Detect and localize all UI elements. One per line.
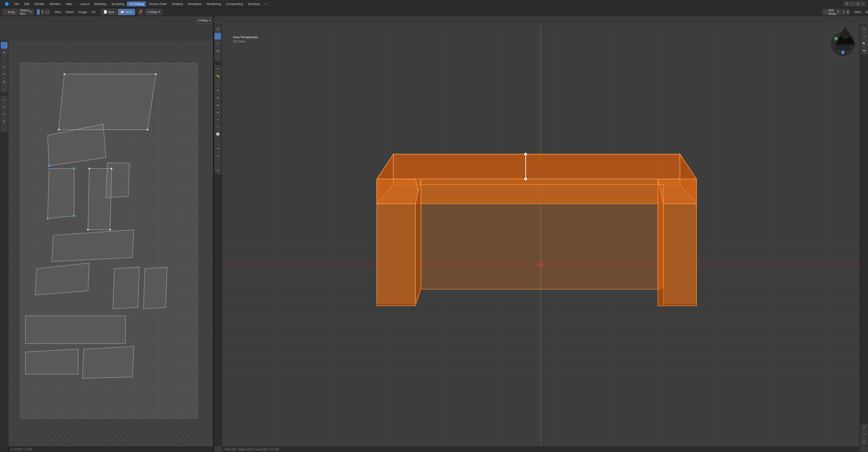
vp-tool-loop-cut[interactable]: ⊕ xyxy=(214,109,221,116)
tab-rendering[interactable]: Rendering xyxy=(205,1,223,6)
tab-scripting[interactable]: Scripting xyxy=(246,1,262,6)
vp-tool-poly-build[interactable]: ◇ xyxy=(214,123,221,130)
edit-mode-dropdown[interactable]: ⬡ Edit Mode ▾ xyxy=(823,9,841,15)
tab-texture-paint[interactable]: Texture Paint xyxy=(146,1,169,6)
uv-tool-move[interactable]: ✛ xyxy=(1,64,7,70)
view-icon-btn[interactable]: 👁 xyxy=(37,9,40,15)
vp-tool-scale[interactable]: ⊞ xyxy=(214,48,221,54)
drag-label: Drag xyxy=(8,10,15,14)
edit-mode-chevron: ▾ xyxy=(837,10,839,14)
drag-button[interactable]: ↔ Drag xyxy=(2,9,17,15)
vp-tool-shear[interactable]: ⟋ xyxy=(214,159,221,166)
perspective-label: User Perspective xyxy=(233,35,258,39)
uv-select-btn[interactable]: Select xyxy=(64,10,76,14)
vp-tool-spin[interactable]: 🔄 xyxy=(214,130,221,137)
select-box-label: Select Box xyxy=(20,9,29,16)
new-image-button[interactable]: 📄 New xyxy=(101,9,117,15)
uv-mesh-svg xyxy=(8,41,214,446)
vp-tool-cursor[interactable]: ⊕ xyxy=(214,26,221,32)
uv-tool-select-circle[interactable]: ○ xyxy=(1,56,7,63)
vp-tool-rip[interactable]: ✗ xyxy=(214,167,221,174)
vp-tool-extrude[interactable]: ⬆ xyxy=(214,87,221,94)
edit-mode-label: Edit Mode xyxy=(828,9,836,16)
viewport-gizmo-widget[interactable] xyxy=(834,25,856,48)
tab-modeling[interactable]: Modeling xyxy=(92,1,109,6)
pin-icon-btn[interactable]: 📌 xyxy=(138,9,143,15)
vp-tool-annotate[interactable]: ✏ xyxy=(214,65,221,72)
vp-tool-edge-slide[interactable]: ⟶ xyxy=(214,145,221,152)
vp-nav-camera[interactable]: 📷 xyxy=(861,48,867,54)
uv-view-btn[interactable]: View xyxy=(53,10,63,14)
uv-tool-rotate[interactable]: ↻ xyxy=(1,71,7,78)
vp-tool-measure[interactable]: 📏 xyxy=(214,72,221,79)
uv-tool-annotate[interactable]: ✏ xyxy=(1,96,7,103)
svg-point-15 xyxy=(64,73,65,75)
uv-image-btn[interactable]: Image xyxy=(77,10,89,14)
tab-plus[interactable]: + xyxy=(263,1,269,6)
open-image-button[interactable]: 📂 Open xyxy=(118,9,135,15)
vp-tool-smooth-vert[interactable]: ≈ xyxy=(214,138,221,145)
tab-compositing[interactable]: Compositing xyxy=(224,1,245,6)
svg-point-25 xyxy=(109,229,111,231)
uv-tool-select-box[interactable]: ⬚ xyxy=(1,42,7,49)
svg-marker-57 xyxy=(377,204,415,306)
svg-marker-63 xyxy=(421,184,663,289)
vp-view-btn[interactable]: View xyxy=(852,10,863,14)
uv-sync-icon-btn[interactable]: ⇅ xyxy=(41,9,44,15)
vp-nav-pan[interactable]: ✛ xyxy=(861,33,867,40)
scene-icon[interactable]: 🎬 xyxy=(844,1,849,6)
menu-file[interactable]: File xyxy=(12,1,22,6)
vp-nav-zoom[interactable]: 🔍 xyxy=(861,40,867,47)
render-engine-icon[interactable]: ⬡ xyxy=(849,1,855,6)
menu-help[interactable]: Help xyxy=(63,1,74,6)
blender-logo[interactable]: 🔷 xyxy=(2,1,11,7)
uv-uv-btn[interactable]: UV xyxy=(90,10,97,14)
vp-select-btn[interactable]: Select xyxy=(864,10,868,14)
tab-shading[interactable]: Shading xyxy=(169,1,185,6)
viewport-gizmo-btn[interactable]: ⊕ xyxy=(846,9,849,15)
tab-layout[interactable]: Layout xyxy=(78,1,91,6)
panel-divider xyxy=(213,16,214,452)
vp-tool-bevel[interactable]: ◈ xyxy=(214,101,221,108)
tab-animation[interactable]: Animation xyxy=(186,1,204,6)
object-label: (1) Cube xyxy=(233,39,258,43)
edit-mode-icon: ⬡ xyxy=(825,10,827,14)
vp-tool-inset[interactable]: ⊟ xyxy=(214,94,221,101)
uv-editor-toolbar: ↔ Drag Select Box ▾ 👁 ⇅ ⟷ View Select Im… xyxy=(0,8,868,16)
vp-tool-knife[interactable]: ✂ xyxy=(214,116,221,123)
svg-marker-10 xyxy=(113,267,140,309)
menu-window[interactable]: Window xyxy=(48,1,63,6)
uv-tool-cursor[interactable]: ⊕ xyxy=(1,49,7,56)
vp-tool-shrink[interactable]: ⊙ xyxy=(214,152,221,159)
viewport-shading-icon[interactable]: ● xyxy=(855,1,860,6)
uv-tool-scale[interactable]: ⊞ xyxy=(1,78,7,85)
vp-view-y[interactable]: Y xyxy=(861,431,867,438)
tab-sculpting[interactable]: Sculpting xyxy=(109,1,126,6)
uv-tool-relax[interactable]: ⊡ xyxy=(1,103,7,110)
svg-rect-12 xyxy=(25,316,125,344)
menu-render[interactable]: Render xyxy=(32,1,47,6)
stretch-icon-btn[interactable]: ⟷ xyxy=(45,9,49,15)
vp-nav-orbit[interactable]: ⊙ xyxy=(861,26,867,32)
vp-tool-move[interactable]: ✛ xyxy=(214,33,221,40)
select-box-dropdown[interactable]: Select Box ▾ xyxy=(19,9,34,15)
svg-point-22 xyxy=(46,217,49,219)
uv-tool-pinch[interactable]: ◎ xyxy=(1,118,7,124)
editor-type-icon[interactable]: ≡ xyxy=(861,1,866,6)
uvmap-dropdown[interactable]: UVMap ▾ xyxy=(145,9,162,15)
vp-tool-add-cube[interactable]: ⬛ xyxy=(214,80,221,87)
viewport-overlay-btn[interactable]: ⊙ xyxy=(842,9,845,15)
uv-tool-grab[interactable]: ⊙ xyxy=(1,111,7,117)
vp-tool-transform[interactable]: ⤢ xyxy=(214,55,221,61)
uvmap-label-positioned[interactable]: UVMap ▾ xyxy=(195,17,213,24)
vp-tool-rotate[interactable]: ↻ xyxy=(214,40,221,47)
uv-tool-transform[interactable]: ⤢ xyxy=(1,85,7,92)
viewport-statusbar: Verts:180 | Edges:226 | Faces:100 | Tris… xyxy=(222,446,860,452)
menu-edit[interactable]: Edit xyxy=(22,1,32,6)
svg-marker-5 xyxy=(48,169,74,218)
uv-tool-smooth[interactable]: ≈ xyxy=(1,125,7,132)
tab-uv-editing[interactable]: UV Editing xyxy=(127,1,146,6)
svg-point-26 xyxy=(87,229,89,231)
vp-view-x[interactable]: X xyxy=(861,424,867,431)
vp-view-z[interactable]: Z xyxy=(861,439,867,445)
